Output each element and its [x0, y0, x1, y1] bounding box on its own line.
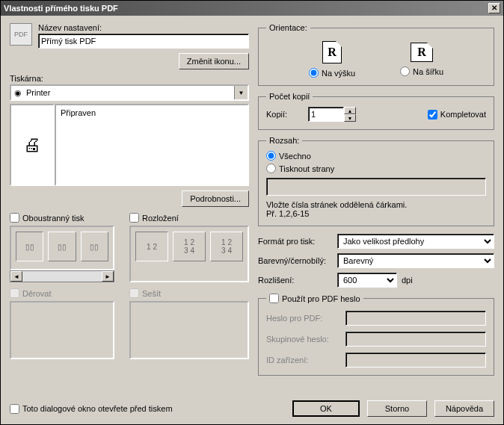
resolution-label: Rozlišení: — [258, 276, 333, 285]
copies-down-button[interactable]: ▼ — [344, 114, 356, 122]
left-column: PDF Název nastavení: Změnit ikonu... Tis… — [10, 23, 249, 376]
staple-checkbox — [129, 288, 139, 298]
layout-option-3-icon[interactable]: 1 23 4 — [210, 232, 243, 261]
range-all-radio[interactable] — [266, 151, 276, 161]
pdf-password-checkbox-label[interactable]: Použít pro PDF heslo — [269, 294, 360, 303]
range-pages-radio[interactable] — [266, 164, 276, 173]
cancel-button[interactable]: Storno — [367, 400, 427, 417]
duplex-checkbox-label[interactable]: Oboustranný tisk — [10, 213, 114, 223]
group-pw-label: Skupinové heslo: — [266, 335, 341, 344]
range-group: Rozsah: Všechno Tisknout strany Vložte č… — [258, 136, 494, 226]
range-all-radio-label[interactable]: Všechno — [266, 151, 486, 161]
duplex-scrollbar[interactable]: ◄ ► — [10, 270, 114, 282]
punch-panel — [10, 301, 114, 359]
scroll-left-icon[interactable]: ◄ — [10, 271, 22, 282]
orientation-legend: Orientace: — [266, 23, 310, 32]
open-before-print-checkbox[interactable] — [10, 404, 19, 414]
close-button[interactable]: ✕ — [488, 3, 500, 13]
window-title: Vlastnosti přímého tisku PDF — [4, 4, 488, 13]
staple-checkbox-label: Sešít — [129, 288, 249, 298]
pdf-password-group: Použít pro PDF heslo Heslo pro PDF: Skup… — [258, 294, 494, 376]
portrait-radio[interactable] — [309, 68, 319, 78]
orientation-group: Orientace: R Na výšku R — [258, 23, 494, 86]
printer-value: Printer — [25, 88, 234, 97]
printer-icon: ◉ — [11, 88, 25, 98]
pdf-pw-label: Heslo pro PDF: — [266, 314, 341, 323]
punch-checkbox — [10, 288, 19, 298]
printer-preview-panel: 🖨 — [10, 104, 55, 186]
copies-label: Kopií: — [266, 110, 304, 119]
printer-label: Tiskárna: — [10, 74, 249, 83]
settings-name-label: Název nastavení: — [38, 23, 249, 32]
duplex-option-3-icon[interactable]: ▯▯ — [81, 232, 108, 261]
landscape-radio[interactable] — [400, 66, 410, 76]
scroll-right-icon[interactable]: ► — [102, 271, 114, 282]
range-pages-input — [266, 178, 486, 196]
layout-checkbox-label[interactable]: Rozložení — [129, 213, 249, 223]
collate-checkbox[interactable] — [428, 110, 437, 120]
layout-option-2-icon[interactable]: 1 23 4 — [173, 232, 206, 261]
right-column: Orientace: R Na výšku R — [258, 23, 494, 376]
pdf-document-icon: PDF — [10, 23, 32, 46]
range-hint-2: Př. 1,2,6-15 — [266, 209, 486, 218]
help-button[interactable]: Nápověda — [434, 400, 494, 417]
layout-checkbox[interactable] — [129, 213, 139, 223]
details-button[interactable]: Podrobnosti... — [182, 190, 249, 207]
duplex-option-1-icon[interactable]: ▯▯ — [16, 232, 43, 261]
copies-input[interactable] — [308, 107, 344, 122]
open-before-print-label[interactable]: Toto dialogové okno otevřete před tiskem — [10, 404, 173, 414]
duplex-option-2-icon[interactable]: ▯▯ — [48, 232, 76, 261]
landscape-radio-label[interactable]: Na šířku — [400, 66, 443, 76]
group-pw-input — [345, 332, 486, 347]
print-format-label: Formát pro tisk: — [258, 237, 333, 246]
copies-group: Počet kopií Kopií: ▲ ▼ — [258, 92, 494, 130]
punch-checkbox-label: Děrovat — [10, 288, 114, 298]
printer-status-panel: Připraven — [55, 104, 249, 186]
range-hint-1: Vložte čísla stránek oddělená čárkami. — [266, 200, 486, 209]
portrait-icon: R — [322, 41, 342, 63]
resolution-select[interactable]: 600 — [337, 273, 397, 288]
color-mode-select[interactable]: Barevný — [337, 253, 494, 268]
settings-name-input[interactable] — [38, 34, 249, 49]
color-mode-label: Barevný/černobílý: — [258, 256, 333, 265]
layout-option-1-icon[interactable]: 1 2 — [135, 232, 168, 261]
device-id-label: ID zařízení: — [266, 356, 341, 364]
dialog-window: Vlastnosti přímého tisku PDF ✕ PDF Název… — [0, 0, 504, 425]
copies-up-button[interactable]: ▲ — [344, 107, 356, 114]
titlebar: Vlastnosti přímého tisku PDF ✕ — [1, 1, 503, 16]
portrait-radio-label[interactable]: Na výšku — [309, 68, 355, 78]
range-pages-radio-label[interactable]: Tisknout strany — [266, 164, 486, 173]
printer-device-icon: 🖨 — [23, 134, 41, 155]
pdf-password-checkbox[interactable] — [269, 294, 279, 303]
collate-checkbox-label[interactable]: Kompletovat — [428, 110, 486, 120]
staple-panel — [129, 301, 249, 359]
chevron-down-icon[interactable]: ▼ — [234, 86, 248, 99]
device-id-input — [345, 353, 486, 367]
landscape-icon: R — [411, 43, 433, 62]
printer-select[interactable]: ◉ Printer ▼ — [10, 84, 249, 101]
range-legend: Rozsah: — [266, 136, 302, 145]
pdf-pw-input — [345, 311, 486, 326]
print-format-select[interactable]: Jako velikost předlohy — [337, 234, 494, 249]
change-icon-button[interactable]: Změnit ikonu... — [179, 53, 249, 69]
resolution-unit: dpi — [402, 276, 413, 285]
copies-legend: Počet kopií — [266, 92, 313, 101]
duplex-checkbox[interactable] — [10, 213, 19, 223]
printer-status-text: Připraven — [61, 108, 96, 117]
ok-button[interactable]: OK — [292, 400, 360, 417]
